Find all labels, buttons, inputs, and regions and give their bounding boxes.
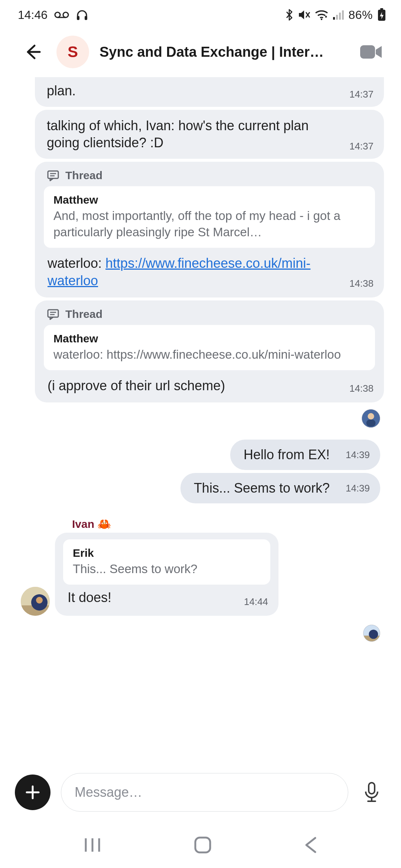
message-time: 14:37 <box>349 141 374 152</box>
quote-card[interactable]: Matthew And, most importantly, off the t… <box>44 186 375 248</box>
message-input-placeholder: Message… <box>75 785 142 800</box>
message-outgoing[interactable]: Hello from EX! 14:39 <box>230 440 380 470</box>
quote-card[interactable]: Erik This... Seems to work? <box>63 539 270 585</box>
quote-author: Erik <box>73 547 261 559</box>
svg-point-22 <box>368 413 374 420</box>
message-incoming[interactable]: plan. 14:37 <box>35 77 384 107</box>
quote-author: Matthew <box>53 194 365 206</box>
svg-point-7 <box>321 19 322 20</box>
avatar[interactable] <box>21 587 50 616</box>
battery-charging-icon <box>377 8 386 22</box>
message-thread[interactable]: Thread Matthew waterloo: https://www.fin… <box>35 300 384 402</box>
quote-card[interactable]: Matthew waterloo: https://www.finecheese… <box>44 325 375 370</box>
message-time: 14:37 <box>349 89 374 100</box>
message-time: 14:44 <box>244 596 268 608</box>
thread-header[interactable]: Thread <box>35 308 384 325</box>
room-avatar[interactable]: S <box>56 36 89 68</box>
message-text: (i approve of their url scheme) <box>35 370 384 402</box>
quote-author: Matthew <box>53 332 365 345</box>
message-thread[interactable]: Thread Matthew And, most importantly, of… <box>35 162 384 297</box>
svg-rect-33 <box>369 783 375 794</box>
quote-text: And, most importantly, off the top of my… <box>53 208 365 240</box>
svg-rect-9 <box>336 15 338 20</box>
signal-icon <box>333 10 344 20</box>
message-time: 14:39 <box>346 449 370 461</box>
back-button[interactable] <box>22 41 44 63</box>
composer: Message… <box>0 761 401 823</box>
status-time: 14:46 <box>18 8 48 22</box>
volume-mute-icon <box>298 9 310 21</box>
svg-rect-11 <box>342 10 344 20</box>
battery-percent: 86% <box>348 8 373 22</box>
svg-rect-18 <box>48 310 58 317</box>
voice-message-button[interactable] <box>359 779 385 805</box>
home-button[interactable] <box>192 835 213 857</box>
thread-header[interactable]: Thread <box>35 169 384 186</box>
message-time: 14:39 <box>346 483 370 494</box>
read-receipt <box>0 405 401 440</box>
svg-rect-39 <box>195 838 210 852</box>
svg-rect-15 <box>48 171 58 178</box>
bluetooth-icon <box>285 9 293 21</box>
attach-button[interactable] <box>15 775 50 810</box>
message-text: talking of which, Ivan: how's the curren… <box>35 110 384 159</box>
quote-text: This... Seems to work? <box>73 561 261 577</box>
room-avatar-letter: S <box>68 43 78 61</box>
message-time: 14:38 <box>349 383 374 394</box>
quote-text: waterloo: https://www.finecheese.co.uk/m… <box>53 346 365 363</box>
thread-label: Thread <box>65 308 102 320</box>
message-list[interactable]: plan. 14:37 talking of which, Ivan: how'… <box>0 74 401 761</box>
video-call-button[interactable] <box>356 41 386 63</box>
app-header: S Sync and Data Exchange | Inter… <box>0 30 401 74</box>
sender-name: Ivan 🦀 <box>72 517 401 530</box>
svg-rect-13 <box>380 8 383 10</box>
back-nav-button[interactable] <box>303 836 319 856</box>
recents-button[interactable] <box>82 836 103 855</box>
svg-point-1 <box>63 12 68 17</box>
svg-point-30 <box>369 629 378 639</box>
svg-rect-10 <box>339 13 341 20</box>
svg-rect-14 <box>360 45 375 59</box>
svg-point-27 <box>36 597 43 604</box>
message-input[interactable]: Message… <box>61 773 348 812</box>
svg-rect-23 <box>366 420 376 427</box>
wifi-icon <box>315 9 328 20</box>
message-time: 14:38 <box>349 278 374 289</box>
svg-rect-8 <box>333 17 335 20</box>
message-text: plan. <box>35 77 384 107</box>
message-incoming[interactable]: talking of which, Ivan: how's the curren… <box>35 110 384 159</box>
message-outgoing[interactable]: This... Seems to work? 14:39 <box>180 473 380 503</box>
message-incoming[interactable]: Erik This... Seems to work? It does! 14:… <box>55 533 278 616</box>
avatar <box>363 625 380 642</box>
message-text: This... Seems to work? <box>194 480 367 497</box>
avatar <box>362 409 380 428</box>
headphones-icon <box>76 9 88 21</box>
svg-rect-4 <box>85 16 87 20</box>
thread-label: Thread <box>65 169 102 182</box>
read-receipt <box>0 619 401 654</box>
thread-icon <box>47 169 59 182</box>
device-nav-bar <box>0 823 401 868</box>
thread-icon <box>47 308 59 320</box>
message-text: waterloo: https://www.finecheese.co.uk/m… <box>35 248 384 297</box>
room-title[interactable]: Sync and Data Exchange | Inter… <box>100 44 346 60</box>
svg-point-0 <box>55 12 60 17</box>
voicemail-icon <box>54 11 69 19</box>
status-bar: 14:46 86% <box>0 0 401 30</box>
svg-rect-3 <box>77 16 79 20</box>
